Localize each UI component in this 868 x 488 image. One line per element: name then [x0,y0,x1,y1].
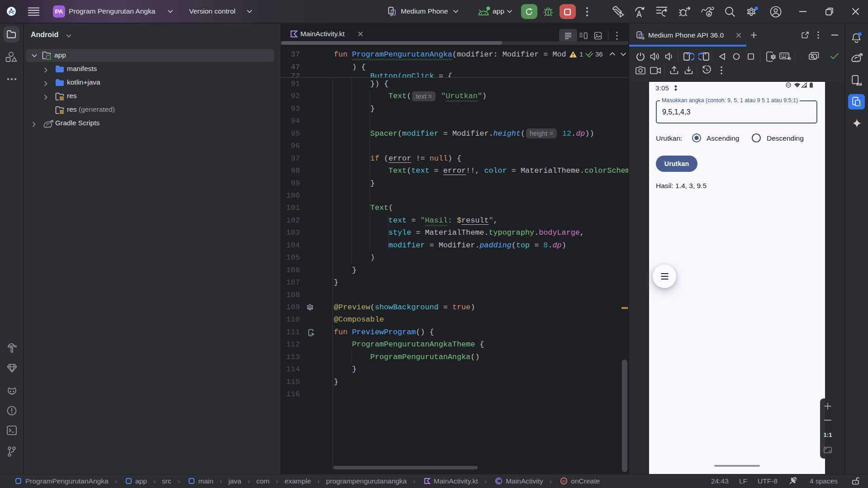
svg-text:m: m [562,479,566,483]
